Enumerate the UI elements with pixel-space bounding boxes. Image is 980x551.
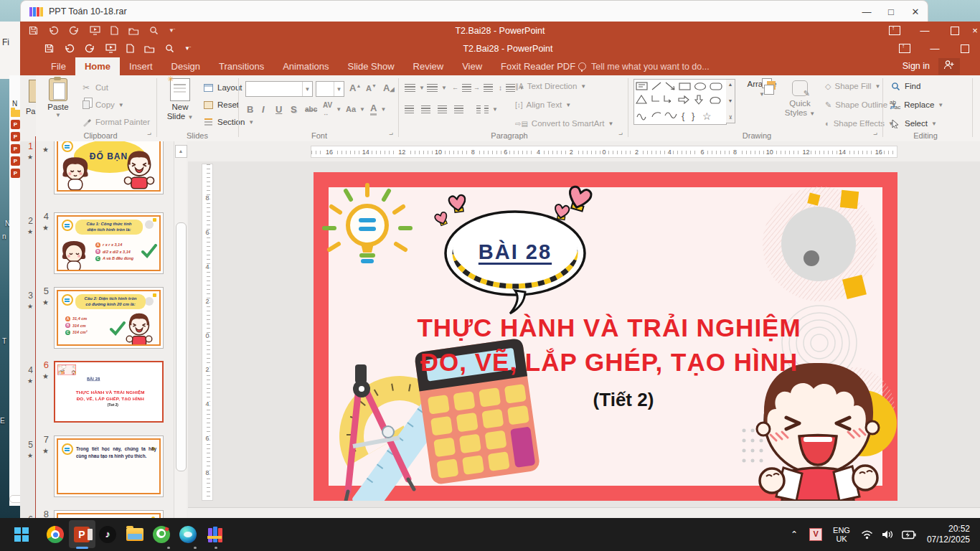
tab-transitions[interactable]: Transitions <box>209 57 273 75</box>
copy-button[interactable]: Copy▼ <box>80 97 124 113</box>
shape-fill-button[interactable]: ◇Shape Fill▼ <box>825 78 881 94</box>
italic-button[interactable]: I <box>262 101 265 117</box>
ppt-file-icon[interactable]: P <box>11 144 20 154</box>
tray-chevron-icon[interactable]: ⌃ <box>791 529 798 540</box>
select-button[interactable]: Select▼ <box>890 116 937 131</box>
shape-gallery-scrollbar[interactable]: ▲▼⊻ <box>726 79 735 123</box>
ppt-file-icon[interactable]: P <box>11 120 20 129</box>
decrease-font-size-button[interactable]: A▼ <box>366 80 377 95</box>
save-icon[interactable] <box>44 44 54 53</box>
panel-scrollbar-thumb[interactable] <box>176 222 187 471</box>
justify-button[interactable] <box>454 101 463 117</box>
text-direction-button[interactable]: ∥AText Direction▼ <box>515 78 586 94</box>
slide-thumbnail-8[interactable] <box>54 510 164 518</box>
ppt-file-icon[interactable]: P <box>11 132 20 141</box>
redo-icon[interactable] <box>69 26 80 35</box>
clear-formatting-button[interactable]: A◢ <box>383 80 395 95</box>
back-ribbon-options-button[interactable] <box>880 22 910 39</box>
powerpoint-icon[interactable]: P <box>72 524 92 545</box>
maximize-button[interactable] <box>950 39 980 57</box>
minimize-button[interactable]: — <box>920 39 950 57</box>
bullets-button[interactable]: ▼ <box>405 80 425 95</box>
tab-design[interactable]: Design <box>162 57 209 75</box>
tiktok-icon[interactable]: ♪ <box>98 524 118 545</box>
tab-review[interactable]: Review <box>404 57 453 75</box>
align-center-button[interactable] <box>421 101 430 117</box>
new-slide-button[interactable]: NewSlide ▼ <box>162 78 198 122</box>
start-slideshow-icon[interactable] <box>105 44 116 53</box>
save-icon[interactable] <box>29 26 38 35</box>
align-right-button[interactable] <box>438 101 447 117</box>
panel-scrollbar[interactable]: ▲ <box>174 141 187 518</box>
cut-button[interactable]: ✂Cut <box>80 80 108 95</box>
slide-thumbnail-5[interactable]: Câu 2: Diện tích hình tròncó đường kính … <box>54 287 164 349</box>
ribbon-display-options-button[interactable] <box>890 39 920 57</box>
tab-insert[interactable]: Insert <box>120 57 162 75</box>
vertical-ruler[interactable]: 864202468 <box>202 164 213 501</box>
align-text-button[interactable]: [↕]Align Text▼ <box>515 97 571 113</box>
underline-button[interactable]: U <box>275 101 282 117</box>
align-left-button[interactable] <box>405 101 414 117</box>
shadow-button[interactable]: S <box>291 101 297 117</box>
back-close-button[interactable]: × <box>970 22 980 39</box>
shape-effects-button[interactable]: ◐Shape Effects▼ <box>825 116 894 131</box>
numbering-button[interactable]: ▼ <box>427 80 447 95</box>
horizontal-ruler[interactable]: 1614121086420246810121416 <box>311 146 897 158</box>
layout-button[interactable]: Layout▼ <box>202 80 251 95</box>
font-name-combobox[interactable]: ▼ <box>245 81 313 97</box>
ppt-file-icon[interactable]: P <box>11 156 20 166</box>
decrease-indent-button[interactable]: ← <box>452 80 471 95</box>
back-minimize-button[interactable]: — <box>910 22 940 39</box>
share-person-icon[interactable] <box>938 58 960 75</box>
shape-outline-button[interactable]: ✎Shape Outline▼ <box>825 97 897 113</box>
winrar-maximize-button[interactable]: □ <box>879 6 903 17</box>
clipboard-dialog-launcher[interactable]: ⌐ <box>147 131 151 138</box>
start-slideshow-icon[interactable] <box>90 26 100 35</box>
new-document-icon[interactable] <box>126 44 134 53</box>
font-dialog-launcher[interactable]: ⌐ <box>389 131 393 138</box>
paste-button[interactable]: Paste ▼ <box>40 78 76 118</box>
print-preview-icon[interactable] <box>149 26 159 35</box>
battery-icon[interactable] <box>902 530 916 540</box>
tab-slide-show[interactable]: Slide Show <box>338 57 403 75</box>
print-preview-icon[interactable] <box>165 44 174 53</box>
convert-smartart-button[interactable]: ⇨▤Convert to SmartArt▼ <box>515 116 613 131</box>
columns-button[interactable]: ▼ <box>476 101 498 117</box>
scroll-up-arrow[interactable]: ▲ <box>175 145 187 158</box>
winrar-minimize-button[interactable]: — <box>854 6 879 17</box>
quick-styles-button[interactable]: ✎ QuickStyles ▼ <box>782 78 818 118</box>
find-button[interactable]: Find <box>890 78 920 94</box>
chrome-icon[interactable] <box>45 524 65 545</box>
slide-thumbnail-3[interactable]: ĐỐ BẠN <box>54 141 164 194</box>
arrange-button[interactable]: Arrange▼ <box>743 78 781 99</box>
increase-font-size-button[interactable]: A▲ <box>349 80 361 95</box>
coccoc-icon[interactable] <box>151 524 171 545</box>
clock[interactable]: 20:5207/12/2025 <box>927 524 970 545</box>
shape-gallery[interactable]: { } ☆ <box>633 79 727 125</box>
format-painter-button[interactable]: Format Painter <box>80 114 150 130</box>
language-indicator[interactable]: ENGUK <box>833 526 850 543</box>
speaker-icon[interactable] <box>882 529 893 540</box>
strikethrough-button[interactable]: abc <box>305 101 317 117</box>
back-maximize-button[interactable] <box>940 22 970 39</box>
increase-indent-button[interactable]: → <box>473 80 493 95</box>
wifi-icon[interactable] <box>861 529 873 540</box>
tab-view[interactable]: View <box>453 57 491 75</box>
open-folder-icon[interactable] <box>128 27 139 35</box>
qat-more-icon[interactable]: ▼̄ <box>169 27 174 34</box>
winrar-taskbar-icon[interactable] <box>205 524 225 545</box>
tab-foxit-reader-pdf[interactable]: Foxit Reader PDF <box>491 57 585 75</box>
undo-icon[interactable] <box>64 44 75 53</box>
paragraph-dialog-launcher[interactable]: ⌐ <box>618 131 623 138</box>
winrar-file-menu[interactable]: Fi <box>2 37 9 47</box>
tell-me-box[interactable]: Tell me what you want to do... <box>578 57 710 75</box>
ppt-file-icon[interactable]: P <box>11 169 20 178</box>
tab-home[interactable]: Home <box>75 57 120 75</box>
bold-button[interactable]: B <box>247 101 253 117</box>
reset-button[interactable]: Reset <box>202 97 239 113</box>
file-explorer-icon[interactable] <box>125 524 145 545</box>
slide-thumbnail-6-selected[interactable]: BÀI 28 THỰC HÀNH VÀ TRẢI NGHIỆM ĐO, VẼ, … <box>54 361 164 423</box>
undo-icon[interactable] <box>48 26 59 35</box>
new-document-icon[interactable] <box>110 26 118 35</box>
slide-editing-area[interactable]: 1614121086420246810121416 864202468 <box>188 141 980 518</box>
